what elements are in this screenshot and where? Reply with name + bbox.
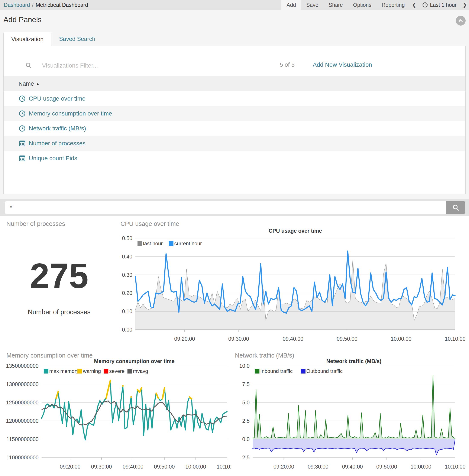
search-icon	[452, 204, 459, 211]
menu-add-button[interactable]: Add	[281, 0, 301, 10]
time-series-icon	[18, 95, 26, 102]
tab-saved-search[interactable]: Saved Search	[51, 32, 103, 46]
breadcrumb-separator: /	[32, 2, 34, 8]
svg-text:Network traffic (MB/s): Network traffic (MB/s)	[326, 358, 381, 364]
list-item-network-traffic[interactable]: Network traffic (MB/s)	[4, 121, 465, 136]
svg-text:10.0: 10.0	[239, 363, 250, 369]
svg-text:last hour: last hour	[143, 241, 163, 246]
svg-text:0.30: 0.30	[122, 272, 132, 278]
svg-text:0.50: 0.50	[122, 235, 132, 241]
panel-title-number-of-processes: Number of processes	[6, 220, 65, 227]
list-item-number-of-processes[interactable]: Number of processes	[4, 136, 465, 151]
svg-text:severe: severe	[109, 368, 124, 374]
svg-text:09:30:00: 09:30:00	[308, 464, 328, 470]
svg-text:09:30:00: 09:30:00	[91, 464, 112, 470]
svg-text:11000000000: 11000000000	[6, 455, 39, 460]
svg-text:Memory consumption over time: Memory consumption over time	[94, 358, 175, 364]
list-header-name[interactable]: Name ▲	[4, 76, 465, 91]
query-search-button[interactable]	[446, 201, 465, 214]
svg-text:09:50:00: 09:50:00	[154, 464, 175, 470]
time-picker-label: Last 1 hour	[430, 2, 457, 8]
metric-value: 275	[0, 258, 118, 293]
list-item-label: Memory consumption over time	[29, 110, 112, 117]
time-back-chevron-icon[interactable]: ❮	[410, 0, 419, 10]
svg-text:13000000000: 13000000000	[6, 381, 39, 387]
time-series-icon	[18, 110, 26, 117]
svg-text:5.0: 5.0	[242, 399, 250, 406]
svg-text:09:20:00: 09:20:00	[60, 464, 80, 470]
svg-text:max memory: max memory	[49, 368, 79, 374]
svg-text:CPU usage over time: CPU usage over time	[268, 228, 322, 234]
svg-text:mvavg: mvavg	[133, 368, 148, 374]
clock-icon	[422, 2, 428, 8]
add-panels-flyout: Add Panels Visualization Saved Search 5 …	[0, 10, 469, 199]
add-panels-tabs: Visualization Saved Search	[3, 32, 103, 46]
metric-label: Number of processes	[0, 308, 118, 316]
collapse-panel-button[interactable]	[456, 16, 466, 26]
menu-save-button[interactable]: Save	[301, 0, 323, 10]
breadcrumb: Dashboard / Metricbeat Dashboard	[0, 0, 88, 10]
dashboard-menu: Add Save Share Options Reporting ❮ Last …	[281, 0, 469, 10]
add-panels-title: Add Panels	[3, 15, 42, 24]
list-item-label: Unique count Pids	[29, 155, 77, 162]
network-traffic-chart[interactable]: 10.07.55.02.50.0-2.509:20:0009:30:0009:4…	[232, 358, 469, 476]
cpu-usage-chart[interactable]: 0.500.400.300.200.100.0009:20:0009:30:00…	[119, 226, 469, 350]
time-forward-chevron-icon[interactable]: ❯	[460, 0, 469, 10]
visualizations-filter-input[interactable]	[42, 59, 204, 72]
svg-text:09:50:00: 09:50:00	[376, 464, 397, 470]
svg-text:warning: warning	[83, 368, 101, 374]
list-item-label: Number of processes	[29, 140, 85, 147]
add-new-visualization-link[interactable]: Add New Visualization	[313, 61, 372, 68]
svg-text:11500000000: 11500000000	[6, 436, 39, 442]
visualization-count: 5 of 5	[280, 61, 295, 68]
svg-text:09:30:00: 09:30:00	[228, 336, 249, 342]
svg-text:Outbound traffic: Outbound traffic	[306, 368, 343, 374]
svg-text:current hour: current hour	[174, 241, 202, 246]
panel-title-network-traffic: Network traffic (MB/s)	[235, 352, 294, 359]
query-input[interactable]	[5, 201, 446, 214]
svg-text:09:50:00: 09:50:00	[337, 336, 357, 342]
svg-text:0.00: 0.00	[122, 327, 132, 333]
svg-text:09:40:00: 09:40:00	[283, 336, 303, 342]
svg-text:0.10: 0.10	[122, 308, 132, 314]
data-table-icon	[18, 140, 26, 147]
menu-options-button[interactable]: Options	[348, 0, 376, 10]
list-item-label: Network traffic (MB/s)	[29, 125, 86, 132]
svg-text:09:40:00: 09:40:00	[123, 464, 143, 470]
search-icon	[25, 62, 32, 69]
chevron-up-icon	[458, 18, 463, 23]
list-item-memory-consumption[interactable]: Memory consumption over time	[4, 106, 465, 121]
svg-text:0.40: 0.40	[122, 254, 132, 260]
query-bar	[0, 199, 469, 216]
list-item-label: CPU usage over time	[29, 95, 85, 102]
list-item-cpu-usage[interactable]: CPU usage over time	[4, 91, 465, 106]
time-series-icon	[18, 125, 26, 132]
svg-text:13500000000: 13500000000	[6, 363, 39, 369]
visualization-list-panel: 5 of 5 Add New Visualization Name ▲ CPU …	[3, 46, 466, 194]
svg-text:0.0: 0.0	[242, 436, 250, 442]
svg-text:12500000000: 12500000000	[6, 399, 39, 406]
time-picker[interactable]: Last 1 hour	[419, 0, 460, 10]
breadcrumb-current: Metricbeat Dashboard	[36, 2, 88, 8]
panel-title-memory-consumption: Memory consumption over time	[6, 352, 93, 359]
svg-text:10:00:00: 10:00:00	[391, 336, 411, 342]
svg-text:10:00:00: 10:00:00	[185, 464, 206, 470]
svg-text:-2.5: -2.5	[240, 455, 250, 460]
svg-text:10:10:00: 10:10:00	[445, 464, 465, 470]
svg-text:0.20: 0.20	[122, 290, 132, 296]
sort-ascending-icon: ▲	[36, 82, 39, 86]
svg-text:Inbound traffic: Inbound traffic	[260, 368, 293, 374]
svg-text:09:20:00: 09:20:00	[174, 336, 195, 342]
list-item-unique-count-pids[interactable]: Unique count Pids	[4, 151, 465, 166]
svg-text:10:00:00: 10:00:00	[411, 464, 431, 470]
breadcrumb-dashboard-link[interactable]: Dashboard	[4, 2, 30, 8]
memory-consumption-chart[interactable]: 1350000000013000000000125000000001200000…	[0, 358, 231, 476]
svg-text:2.5: 2.5	[242, 418, 250, 424]
menu-share-button[interactable]: Share	[323, 0, 348, 10]
svg-text:09:20:00: 09:20:00	[273, 464, 294, 470]
data-table-icon	[18, 155, 26, 162]
menu-reporting-button[interactable]: Reporting	[376, 0, 410, 10]
tab-visualization[interactable]: Visualization	[3, 32, 51, 46]
svg-text:10:10:00: 10:10:00	[445, 336, 465, 342]
svg-text:12000000000: 12000000000	[6, 418, 39, 424]
